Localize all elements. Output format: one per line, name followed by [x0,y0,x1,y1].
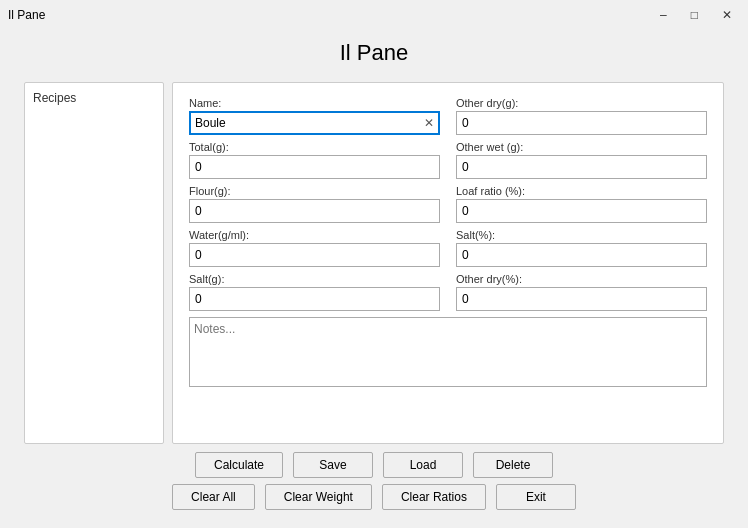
name-group: Name: ✕ [189,97,440,135]
bottom-buttons-row1: Calculate Save Load Delete [24,444,724,484]
salt-g-input[interactable] [189,287,440,311]
exit-button[interactable]: Exit [496,484,576,510]
form-row-3: Flour(g): Loaf ratio (%): [189,185,707,223]
other-dry-pct-label: Other dry(%): [456,273,707,285]
other-wet-label: Other wet (g): [456,141,707,153]
notes-textarea[interactable] [189,317,707,387]
other-dry-label: Other dry(g): [456,97,707,109]
form-panel: Name: ✕ Other dry(g): Total(g): [172,82,724,444]
main-content: Il Pane Recipes Name: ✕ Other dry(g): [0,30,748,528]
total-input[interactable] [189,155,440,179]
calculate-button[interactable]: Calculate [195,452,283,478]
name-input[interactable] [191,114,420,132]
minimize-button[interactable]: – [652,6,675,24]
app-title: Il Pane [340,40,409,66]
window-title: Il Pane [8,8,45,22]
other-dry-input[interactable] [456,111,707,135]
flour-label: Flour(g): [189,185,440,197]
name-input-wrapper[interactable]: ✕ [189,111,440,135]
salt-pct-label: Salt(%): [456,229,707,241]
other-wet-input[interactable] [456,155,707,179]
workspace: Recipes Name: ✕ Other dry(g): [24,82,724,444]
water-group: Water(g/ml): [189,229,440,267]
save-button[interactable]: Save [293,452,373,478]
delete-button[interactable]: Delete [473,452,553,478]
loaf-ratio-input[interactable] [456,199,707,223]
recipes-panel: Recipes [24,82,164,444]
salt-pct-input[interactable] [456,243,707,267]
load-button[interactable]: Load [383,452,463,478]
clear-ratios-button[interactable]: Clear Ratios [382,484,486,510]
salt-pct-group: Salt(%): [456,229,707,267]
other-dry-pct-input[interactable] [456,287,707,311]
bottom-buttons-row2: Clear All Clear Weight Clear Ratios Exit [24,484,724,518]
maximize-button[interactable]: □ [683,6,706,24]
flour-input[interactable] [189,199,440,223]
form-row-5: Salt(g): Other dry(%): [189,273,707,311]
loaf-ratio-label: Loaf ratio (%): [456,185,707,197]
form-row-2: Total(g): Other wet (g): [189,141,707,179]
other-dry-pct-group: Other dry(%): [456,273,707,311]
title-bar: Il Pane – □ ✕ [0,0,748,30]
recipes-label: Recipes [33,91,155,105]
clear-weight-button[interactable]: Clear Weight [265,484,372,510]
loaf-ratio-group: Loaf ratio (%): [456,185,707,223]
total-label: Total(g): [189,141,440,153]
notes-row [189,317,707,387]
window-controls: – □ ✕ [652,6,740,24]
salt-g-group: Salt(g): [189,273,440,311]
flour-group: Flour(g): [189,185,440,223]
salt-g-label: Salt(g): [189,273,440,285]
other-wet-group: Other wet (g): [456,141,707,179]
form-row-4: Water(g/ml): Salt(%): [189,229,707,267]
name-label: Name: [189,97,440,109]
clear-all-button[interactable]: Clear All [172,484,255,510]
other-dry-group: Other dry(g): [456,97,707,135]
close-button[interactable]: ✕ [714,6,740,24]
form-row-1: Name: ✕ Other dry(g): [189,97,707,135]
water-input[interactable] [189,243,440,267]
total-group: Total(g): [189,141,440,179]
name-clear-button[interactable]: ✕ [420,116,438,130]
water-label: Water(g/ml): [189,229,440,241]
notes-group [189,317,707,387]
